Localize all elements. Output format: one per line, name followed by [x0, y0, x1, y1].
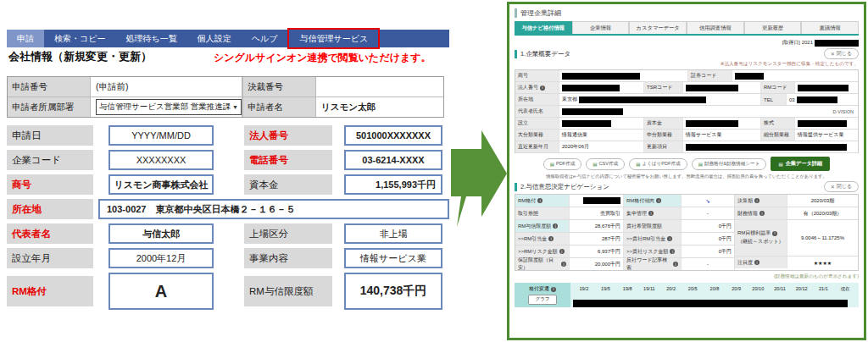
nav-tab-help[interactable]: ヘルプ [242, 30, 288, 47]
info-icon[interactable]: i [673, 262, 678, 267]
nav-tab-application[interactable]: 申請 [7, 30, 44, 47]
application-date-input[interactable]: YYYY/MM/DD [108, 125, 214, 146]
fiscal-term-label: 決算期i [735, 195, 787, 207]
graph-button[interactable]: グラフ [528, 295, 556, 305]
your-risk-label: >>貴社リスク金額i [624, 245, 682, 257]
info-icon[interactable]: i [760, 211, 765, 216]
capital-input[interactable]: 1,155,993千円 [344, 174, 442, 195]
company-data-detail-button[interactable]: ▤企業データ詳細 [771, 157, 830, 171]
update-item-value [683, 141, 858, 152]
section1-buttons: ▤PDF作成 ▤CSV作成 ▤よくばりPDF作成 ▤財務格付&財務情報シート ▤… [515, 157, 859, 171]
financial-sheet-button[interactable]: ▤財務格付&財務情報シート [692, 158, 767, 170]
industry-large-label: 大分類業種 [515, 130, 559, 141]
credit-decision-table: RM格付i RM格付傾向i ↘ 取引形態 売買取引 集中管理i - RM与信限度… [515, 194, 859, 271]
tsr-code-label: TSRコード [644, 82, 683, 93]
company-code-label: 企業コード [7, 150, 93, 170]
redacted-data [562, 120, 611, 127]
representative-input[interactable]: 与信太郎 [108, 223, 214, 244]
csv-create-button[interactable]: ▤CSV作成 [586, 158, 625, 170]
corporate-number-input[interactable]: 501000XXXXXXX [344, 125, 442, 146]
sso-note-text: シングルサインオン連携で閲覧いただけます。 [214, 51, 431, 65]
period-cell: 20/2 [660, 284, 682, 295]
securities-code-label: 証券コード [688, 70, 732, 81]
info-icon[interactable]: i [561, 262, 566, 267]
tab-ringi-info[interactable]: 稟議情報 [801, 21, 859, 34]
department-cell: 与信管理サービス営業部 営業推進課 ▼ [91, 97, 242, 117]
approval-no-value [316, 77, 443, 97]
pdf-create-button[interactable]: ▤PDF作成 [543, 158, 582, 170]
established-label: 設立 [515, 118, 559, 129]
guarantee-limit-value: 20,000千円 [570, 258, 624, 270]
info-icon[interactable]: i [754, 260, 760, 265]
redacted-data [686, 120, 738, 127]
acquired-date-label: [取得日] 2021 [782, 39, 813, 47]
rating-history-label-cell: 格付変遷i グラフ [515, 283, 570, 307]
info-icon[interactable]: i [553, 223, 558, 229]
trade-name-value [559, 70, 688, 81]
form-row: 企業コード XXXXXXXX 電話番号 03-6214-XXXX [7, 150, 449, 170]
form-row: 申請日 YYYY/MM/DD 法人番号 501000XXXXXXX [7, 125, 449, 146]
greedy-pdf-button[interactable]: ▤よくばりPDF作成 [629, 158, 687, 170]
capital-value [683, 118, 761, 129]
rm-rating-input[interactable]: A [108, 273, 214, 310]
info-icon[interactable]: i [754, 198, 760, 203]
info-icon[interactable]: i [551, 287, 556, 292]
department-label: 申請者所属部署 [8, 97, 91, 117]
form-row: 設立年月 2000年12月 事業内容 情報サービス業 [7, 248, 449, 268]
info-icon[interactable]: i [537, 198, 542, 203]
tab-update-history[interactable]: 更新履歴 [744, 21, 802, 34]
section2-close-button[interactable]: ✕ 閉じる [824, 181, 859, 192]
nav-tab-credit-management-service[interactable]: 与信管理サービス [287, 28, 380, 49]
nav-tab-pending-list[interactable]: 処理待ち一覧 [115, 30, 186, 47]
corporate-number-label: 法人番号 [244, 125, 332, 146]
established-input[interactable]: 2000年12月 [108, 248, 214, 268]
tab-company-info[interactable]: 企業情報 [572, 21, 630, 34]
info-icon[interactable]: i [540, 86, 545, 91]
info-icon[interactable]: i [548, 236, 554, 241]
industry-large-value: 情報通信業 [559, 130, 644, 141]
section1-close-button[interactable]: ✕ 閉じる [824, 48, 859, 59]
table-row: 申請番号 (申請前) 決裁番号 [8, 77, 443, 97]
rm-code-label: RMコード [761, 82, 795, 93]
confidentiality-disclaimer: 情報取得者はe-与信ナビの内容について秘密厳守をお願い致します。無断流用の場合は… [515, 174, 859, 179]
application-form-panel: 申請 検索・コピー 処理待ち一覧 個人設定 ヘルプ 与信管理サービス 会社情報（… [0, 0, 453, 342]
business-content-input[interactable]: 情報サービス業 [344, 248, 442, 268]
info-icon[interactable]: i [656, 198, 661, 203]
financial-info-label: 財務情報i [735, 207, 787, 219]
nav-tab-search-copy[interactable]: 検索・コピー [44, 30, 115, 47]
financial-info-value: 有（2020/03期） [787, 207, 858, 219]
close-label: 閉じる [837, 50, 852, 58]
recent-update-label: 直近更新年月 [515, 141, 559, 152]
timeline-header: 19/2 19/5 19/8 19/11 20/2 20/5 20/8 20/9… [573, 284, 856, 295]
info-icon[interactable]: i [670, 249, 675, 254]
trade-name-input[interactable]: リスモン商事株式会社 [108, 174, 214, 195]
transition-arrow [451, 125, 509, 232]
department-select[interactable]: 与信管理サービス営業部 営業推進課 ▼ [96, 99, 242, 115]
redacted-data [562, 85, 620, 91]
tab-credit-navi-rating[interactable]: 与信ナビ格付情報 [515, 21, 572, 34]
table-row: 申請者所属部署 与信管理サービス営業部 営業推進課 ▼ 申請者名 リスモン太郎 [8, 97, 443, 117]
application-meta-table: 申請番号 (申請前) 決裁番号 申請者所属部署 与信管理サービス営業部 営業推進… [7, 76, 444, 118]
company-code-input[interactable]: XXXXXXXX [108, 150, 214, 170]
rating-history-block: 格付変遷i グラフ 19/2 19/5 19/8 19/11 20/2 20/5… [515, 283, 859, 307]
tab-credit-research[interactable]: 信用調査情報 [687, 21, 744, 34]
address-input[interactable]: 103-0027 東京都中央区日本橋２－１６－５ [98, 199, 449, 219]
info-icon[interactable]: i [772, 231, 777, 236]
redacted-data [735, 73, 764, 80]
info-icon[interactable]: i [667, 236, 672, 241]
info-icon[interactable]: i [648, 211, 654, 216]
redacted-data [798, 85, 849, 91]
nav-tab-personal-settings[interactable]: 個人設定 [187, 30, 242, 47]
representative-label: 代表者氏名 [515, 106, 559, 117]
hope-limit-label: 貴社希望限度額 [624, 220, 682, 232]
rm-credit-limit-input[interactable]: 140,738千円 [344, 273, 442, 310]
table-row: 所在地 東京都 TEL 03 [515, 94, 858, 106]
tab-customer-data[interactable]: カスタマーデータ [629, 21, 687, 34]
phone-number-input[interactable]: 03-6214-XXXX [344, 150, 442, 170]
period-cell: 21/1 [813, 284, 835, 295]
listing-class-input[interactable]: 非上場 [344, 223, 442, 244]
info-icon[interactable]: i [559, 249, 565, 254]
applicant-name-value: リスモン太郎 [316, 97, 443, 117]
period-cell: 19/5 [595, 284, 617, 295]
established-label: 設立年月 [7, 248, 93, 268]
